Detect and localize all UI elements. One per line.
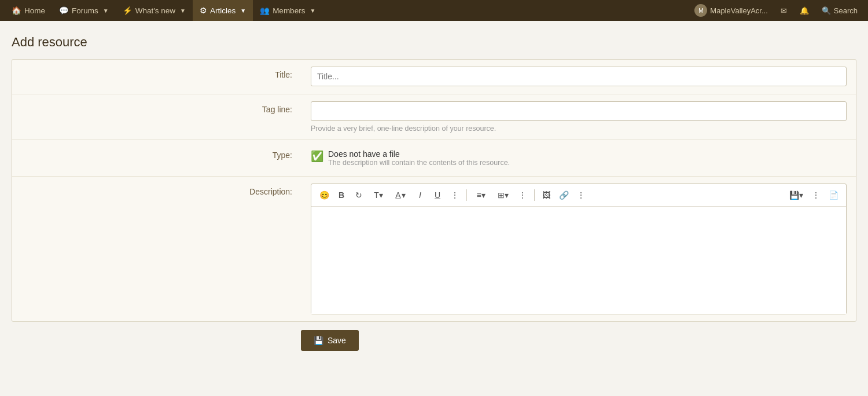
tagline-input-cell: Provide a very brief, one-line descripti… xyxy=(301,94,856,140)
separator-1 xyxy=(466,189,467,201)
more-button-2[interactable]: ⋮ xyxy=(514,187,531,203)
title-input-cell xyxy=(301,60,856,94)
nav-whats-new[interactable]: ⚡ What's new ▼ xyxy=(116,0,193,21)
save-button[interactable]: 💾 Save xyxy=(301,330,359,351)
search-icon: 🔍 xyxy=(822,6,831,15)
nav-home-label: Home xyxy=(24,6,45,15)
nav-members-label: Members xyxy=(273,6,305,15)
more-button-3[interactable]: ⋮ xyxy=(573,187,589,203)
nav-home[interactable]: 🏠 Home xyxy=(5,0,52,21)
whats-new-icon: ⚡ xyxy=(123,6,133,15)
link-button[interactable]: 🔗 xyxy=(556,187,572,203)
members-chevron: ▼ xyxy=(310,8,315,14)
whats-new-chevron: ▼ xyxy=(180,8,186,14)
description-input-cell: 😊 B ↻ T▾ A▾ I U ⋮ xyxy=(301,177,856,321)
forums-icon: 💬 xyxy=(59,6,69,15)
tagline-row: Tag line: Provide a very brief, one-line… xyxy=(12,94,856,140)
nav-forums-label: Forums xyxy=(72,6,98,15)
nav-articles-label: Articles xyxy=(210,6,236,15)
save-label: Save xyxy=(328,336,346,345)
editor-body[interactable] xyxy=(311,207,846,314)
editor-save-button[interactable]: 💾▾ xyxy=(786,187,807,203)
image-button[interactable]: 🖼 xyxy=(538,187,554,203)
username-label: MapleValleyAcr... xyxy=(710,6,767,15)
font-color-button[interactable]: A▾ xyxy=(390,187,411,203)
home-icon: 🏠 xyxy=(12,6,21,15)
tagline-label: Tag line: xyxy=(12,94,301,140)
members-icon: 👥 xyxy=(260,6,270,15)
nav-forums[interactable]: 💬 Forums ▼ xyxy=(52,0,116,21)
type-input-cell: ✅ Does not have a file The description w… xyxy=(301,140,856,176)
articles-icon: ⚙ xyxy=(200,6,207,15)
tagline-input[interactable] xyxy=(311,101,847,121)
nav-members[interactable]: 👥 Members ▼ xyxy=(253,0,322,21)
redo-button[interactable]: ↻ xyxy=(351,187,367,203)
underline-button[interactable]: U xyxy=(429,187,446,203)
navbar: 🏠 Home 💬 Forums ▼ ⚡ What's new ▼ ⚙ Artic… xyxy=(0,0,868,21)
search-label: Search xyxy=(834,6,858,15)
save-icon: 💾 xyxy=(314,336,323,345)
type-label: Type: xyxy=(12,140,301,176)
nav-right: M MapleValleyAcr... ✉ 🔔 🔍 Search xyxy=(689,0,863,21)
emoji-button[interactable]: 😊 xyxy=(316,187,332,203)
more-button-1[interactable]: ⋮ xyxy=(447,187,463,203)
type-option-sub: The description will contain the content… xyxy=(328,159,510,167)
check-circle-icon: ✅ xyxy=(311,150,323,163)
text-size-button[interactable]: T▾ xyxy=(368,187,389,203)
editor-toolbar: 😊 B ↻ T▾ A▾ I U ⋮ xyxy=(311,184,846,207)
nav-user[interactable]: M MapleValleyAcr... xyxy=(689,0,773,21)
type-row: Type: ✅ Does not have a file The descrip… xyxy=(12,140,856,177)
nav-notifications[interactable]: 🔔 xyxy=(794,0,815,21)
nav-mail[interactable]: ✉ xyxy=(775,0,793,21)
preview-button[interactable]: 📄 xyxy=(825,187,841,203)
type-option: ✅ Does not have a file The description w… xyxy=(311,147,847,169)
page-wrapper: Add resource Title: Tag line: Provide a … xyxy=(0,21,868,365)
title-input[interactable] xyxy=(311,67,847,86)
title-label: Title: xyxy=(12,60,301,94)
italic-button[interactable]: I xyxy=(412,187,428,203)
nav-articles[interactable]: ⚙ Articles ▼ xyxy=(193,0,253,21)
editor-container: 😊 B ↻ T▾ A▾ I U ⋮ xyxy=(311,184,847,314)
save-bar: 💾 Save xyxy=(12,322,856,351)
avatar: M xyxy=(694,4,707,17)
articles-chevron: ▼ xyxy=(240,8,246,14)
mail-icon: ✉ xyxy=(781,6,787,15)
tagline-hint: Provide a very brief, one-line descripti… xyxy=(311,124,847,133)
bell-icon: 🔔 xyxy=(800,6,809,15)
more-button-4[interactable]: ⋮ xyxy=(808,187,824,203)
nav-whats-new-label: What's new xyxy=(135,6,175,15)
form-card: Title: Tag line: Provide a very brief, o… xyxy=(12,59,856,322)
page-title: Add resource xyxy=(12,35,856,50)
title-row: Title: xyxy=(12,60,856,94)
type-option-label: Does not have a file xyxy=(328,149,510,159)
forums-chevron: ▼ xyxy=(103,8,109,14)
description-row: Description: 😊 B ↻ T▾ A▾ xyxy=(12,177,856,321)
list-button[interactable]: ≡▾ xyxy=(470,187,491,203)
nav-search[interactable]: 🔍 Search xyxy=(816,0,863,21)
separator-2 xyxy=(534,189,535,201)
description-label: Description: xyxy=(12,177,301,321)
bold-button[interactable]: B xyxy=(333,187,350,203)
align-button[interactable]: ⊞▾ xyxy=(492,187,513,203)
